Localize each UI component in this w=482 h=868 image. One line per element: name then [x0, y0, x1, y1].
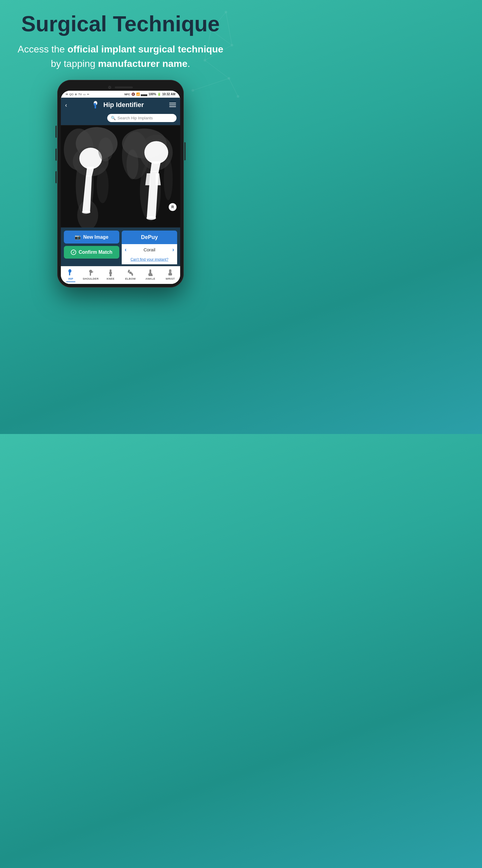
- svg-point-17: [94, 103, 96, 105]
- subtitle-end: by tapping: [51, 58, 98, 69]
- nav-item-knee[interactable]: KNEE: [101, 268, 121, 283]
- status-signal-icon: ▄▄▄: [141, 93, 147, 96]
- svg-point-29: [97, 167, 109, 203]
- status-bar-left: ✉ QO ⊕ TV ▭ ✏: [66, 93, 90, 96]
- nav-item-hip[interactable]: HIP: [61, 268, 81, 283]
- status-battery-percent: 100%: [149, 93, 156, 96]
- r-side-badge: R: [169, 203, 176, 211]
- status-bar-right: NFC 🔇 📶 ▄▄▄ 100% 🔋 10:32 AM: [124, 93, 175, 96]
- svg-rect-54: [150, 270, 151, 274]
- hip-nav-icon: [67, 269, 75, 277]
- svg-rect-58: [168, 273, 172, 276]
- phone-screen: ✉ QO ⊕ TV ▭ ✏ NFC 🔇 📶 ▄▄▄ 100% 🔋 10:32 A…: [61, 91, 180, 284]
- phone-mockup: ✉ QO ⊕ TV ▭ ✏ NFC 🔇 📶 ▄▄▄ 100% 🔋 10:32 A…: [57, 80, 184, 287]
- xray-left-panel: [61, 125, 121, 227]
- status-directv-icon: TV: [78, 93, 82, 96]
- nav-hip-label: HIP: [68, 277, 73, 280]
- menu-line-3: [169, 106, 176, 107]
- camera-icon: 📷: [75, 234, 81, 240]
- right-button-column: DePuy ‹ Corail › Can't find your implant…: [122, 230, 177, 264]
- nav-item-wrist[interactable]: WRIST: [160, 268, 180, 283]
- confirm-match-label: Confirm Match: [78, 250, 113, 255]
- status-mute-icon: 🔇: [131, 93, 135, 96]
- status-gmail-icon: ✉: [66, 93, 68, 96]
- svg-rect-53: [131, 273, 133, 276]
- shoulder-nav-icon: [87, 269, 95, 277]
- status-time: 10:32 AM: [162, 93, 175, 96]
- search-bar[interactable]: 🔍 Search Hip Implants: [107, 114, 176, 122]
- svg-line-12: [193, 79, 229, 90]
- xray-right-panel: R: [121, 125, 180, 227]
- svg-point-41: [127, 150, 138, 179]
- model-selector-row: ‹ Corail ›: [122, 244, 177, 255]
- cant-find-container: Can't find your implant?: [122, 255, 177, 264]
- new-image-button[interactable]: 📷 New Image: [64, 230, 119, 244]
- status-battery-icon: 🔋: [157, 93, 161, 96]
- phone-outer: ✉ QO ⊕ TV ▭ ✏ NFC 🔇 📶 ▄▄▄ 100% 🔋 10:32 A…: [57, 80, 184, 287]
- phone-top-notch: [61, 84, 180, 91]
- svg-point-40: [147, 216, 156, 220]
- svg-rect-56: [149, 275, 153, 276]
- subtitle-plain: Access the: [18, 44, 67, 55]
- model-prev-arrow[interactable]: ‹: [125, 247, 127, 253]
- nav-shoulder-label: SHOULDER: [83, 277, 99, 280]
- status-nfc-icon: NFC: [124, 93, 130, 96]
- subtitle-period: .: [187, 58, 190, 69]
- svg-point-35: [144, 141, 168, 164]
- nav-item-shoulder[interactable]: SHOULDER: [81, 268, 101, 283]
- manufacturer-button[interactable]: DePuy: [122, 230, 177, 244]
- nav-elbow-label: ELBOW: [125, 277, 136, 280]
- wrist-nav-icon: [166, 269, 174, 277]
- subtitle-bold2: manufacturer name: [98, 58, 187, 69]
- svg-point-27: [82, 211, 90, 214]
- elbow-nav-icon: [127, 269, 134, 277]
- confirm-match-button[interactable]: Confirm Match: [64, 246, 119, 258]
- model-next-arrow[interactable]: ›: [172, 247, 174, 253]
- svg-rect-50: [110, 274, 111, 276]
- svg-point-49: [109, 272, 112, 274]
- app-title-center: Hip Identifier: [93, 101, 144, 109]
- phone-camera-button: [56, 171, 57, 183]
- phone-power-button: [184, 142, 186, 160]
- menu-line-2: [169, 104, 176, 105]
- status-location-icon: ⊕: [75, 93, 77, 96]
- cant-find-link[interactable]: Can't find your implant?: [130, 257, 168, 261]
- search-icon: 🔍: [111, 116, 116, 120]
- checkmark-icon: [71, 250, 76, 255]
- phone-front-camera: [108, 86, 111, 89]
- page-title: Surgical Technique: [6, 12, 235, 36]
- status-wifi-icon: 📶: [136, 93, 140, 96]
- search-container: 🔍 Search Hip Implants: [61, 112, 180, 125]
- subtitle-bold: official implant surgical technique: [67, 44, 223, 55]
- hip-logo-icon: [93, 101, 101, 109]
- status-edit-icon: ✏: [87, 93, 90, 96]
- menu-line-1: [169, 103, 176, 103]
- knee-nav-icon: [107, 269, 115, 277]
- phone-volume-up-button: [56, 126, 57, 138]
- hamburger-menu-button[interactable]: [169, 103, 176, 107]
- action-buttons-area: 📷 New Image Confirm Match DePuy ‹ Corail…: [61, 227, 180, 266]
- ankle-nav-icon: [147, 269, 154, 277]
- left-button-column: 📷 New Image Confirm Match: [64, 230, 119, 264]
- svg-rect-44: [69, 272, 70, 276]
- back-button[interactable]: ‹: [65, 101, 67, 108]
- svg-line-11: [229, 79, 238, 96]
- page-subtitle: Access the official implant surgical tec…: [6, 42, 235, 71]
- status-cast-icon: ▭: [83, 93, 86, 96]
- xray-right-image: [121, 125, 180, 227]
- model-name-label: Corail: [143, 247, 155, 252]
- phone-volume-down-button: [56, 149, 57, 161]
- nav-item-ankle[interactable]: ANKLE: [140, 268, 160, 283]
- svg-point-6: [237, 95, 239, 98]
- new-image-label: New Image: [83, 235, 108, 240]
- nav-item-elbow[interactable]: ELBOW: [121, 268, 140, 283]
- phone-speaker: [115, 87, 133, 88]
- status-bar: ✉ QO ⊕ TV ▭ ✏ NFC 🔇 📶 ▄▄▄ 100% 🔋 10:32 A…: [61, 91, 180, 98]
- nav-ankle-label: ANKLE: [146, 277, 155, 280]
- bottom-navigation-bar: HIP SHOULDER: [61, 266, 180, 284]
- app-header-bar: ‹ Hip Identifier: [61, 98, 180, 112]
- app-title: Hip Identifier: [103, 101, 144, 109]
- header-section: Surgical Technique Access the official i…: [6, 12, 235, 71]
- nav-knee-label: KNEE: [107, 277, 115, 280]
- svg-point-42: [164, 158, 173, 200]
